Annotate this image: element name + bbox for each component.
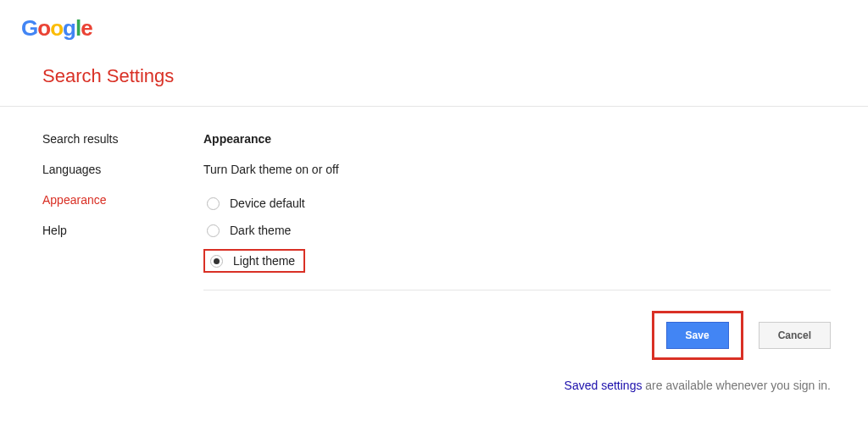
radio-icon — [207, 197, 220, 210]
theme-radio-group: Device default Dark theme Light theme — [203, 195, 831, 273]
header: Google — [0, 0, 868, 41]
radio-label: Dark theme — [230, 224, 291, 237]
saved-settings-link[interactable]: Saved settings — [565, 379, 643, 392]
radio-option-light-theme[interactable]: Light theme — [207, 252, 298, 269]
cancel-button[interactable]: Cancel — [759, 322, 831, 349]
logo-letter: g — [63, 15, 75, 41]
highlight-box: Light theme — [203, 249, 305, 273]
page-title: Search Settings — [0, 41, 868, 106]
save-button[interactable]: Save — [666, 322, 729, 349]
radio-option-device-default[interactable]: Device default — [203, 195, 831, 212]
footer-note-text: are available whenever you sign in. — [642, 379, 831, 392]
button-row: Save Cancel — [203, 311, 831, 360]
section-subtitle: Turn Dark theme on or off — [203, 163, 831, 176]
section-divider — [203, 290, 831, 290]
radio-option-dark-theme[interactable]: Dark theme — [203, 222, 831, 239]
highlight-box: Save — [652, 311, 743, 360]
section-title: Appearance — [203, 132, 831, 146]
logo-letter: e — [81, 15, 92, 41]
sidebar-item-help[interactable]: Help — [42, 224, 203, 237]
radio-icon — [207, 224, 220, 237]
sidebar-item-languages[interactable]: Languages — [42, 163, 203, 176]
content-body: Search results Languages Appearance Help… — [0, 107, 868, 392]
sidebar-item-appearance[interactable]: Appearance — [42, 193, 203, 207]
logo-letter: o — [37, 15, 50, 41]
radio-label: Device default — [230, 196, 305, 210]
google-logo[interactable]: Google — [21, 15, 92, 41]
main-panel: Appearance Turn Dark theme on or off Dev… — [203, 132, 831, 392]
radio-icon — [210, 255, 223, 268]
radio-label: Light theme — [233, 254, 295, 268]
footer-note: Saved settings are available whenever yo… — [203, 379, 831, 392]
sidebar-item-search-results[interactable]: Search results — [42, 132, 203, 146]
sidebar: Search results Languages Appearance Help — [42, 132, 203, 392]
logo-letter: o — [50, 15, 63, 41]
logo-letter: G — [21, 15, 37, 41]
